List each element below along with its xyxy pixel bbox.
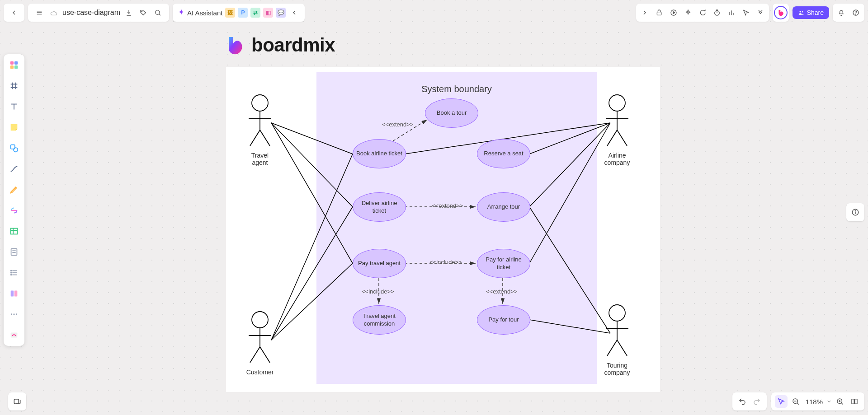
undo-button[interactable] [736, 395, 749, 408]
actor-airline[interactable]: Airline company [601, 94, 633, 166]
usecase-book-tour[interactable]: Book a tour [425, 98, 478, 128]
chevron-down-icon[interactable] [826, 399, 832, 404]
actor-touring[interactable]: Touring company [601, 304, 633, 376]
ai-label-text: AI Assistant [187, 9, 222, 17]
svg-marker-45 [673, 11, 675, 14]
tool-text[interactable] [7, 99, 21, 114]
cursor-button[interactable] [740, 7, 752, 19]
ai-chip-image[interactable]: 🖼 [225, 8, 235, 18]
svg-line-25 [250, 347, 260, 363]
svg-point-17 [252, 95, 268, 111]
svg-rect-59 [14, 65, 18, 69]
info-button[interactable] [846, 203, 864, 221]
ai-chip-flow[interactable]: ⇄ [250, 8, 260, 18]
svg-rect-68 [11, 228, 18, 234]
fit-button[interactable] [848, 395, 861, 408]
tool-shape[interactable] [7, 141, 21, 155]
usecase-book-ticket[interactable]: Book airline ticket [353, 139, 406, 168]
tool-grid[interactable] [7, 286, 21, 301]
actor-customer[interactable]: Customer [244, 311, 276, 376]
usecase-pay-agent[interactable]: Pay travel agent [353, 249, 406, 278]
tool-doc[interactable] [7, 245, 21, 259]
svg-line-31 [617, 130, 627, 146]
svg-point-41 [156, 10, 160, 14]
ai-assistant-group: AI Assistant 🖼 P ⇄ ◧ 💬 [173, 4, 305, 22]
redo-button[interactable] [750, 395, 763, 408]
cursor-mode[interactable] [775, 395, 788, 408]
svg-line-20 [250, 130, 260, 146]
usecase-deliver-ticket[interactable]: Deliver airline ticket [353, 192, 406, 222]
tool-list[interactable] [7, 266, 21, 280]
usecase-pay-tour[interactable]: Pay for tour [477, 305, 530, 335]
ai-chip-chat[interactable]: 💬 [276, 8, 286, 18]
tool-select[interactable] [7, 58, 21, 72]
notif-group [833, 4, 864, 22]
layers-button[interactable] [8, 392, 26, 410]
svg-point-79 [11, 275, 12, 275]
play-button[interactable] [668, 7, 679, 19]
actor-label: Customer [244, 368, 276, 376]
tool-table[interactable] [7, 224, 21, 238]
expand-button[interactable] [639, 7, 651, 19]
ai-assistant-button[interactable]: AI Assistant [177, 9, 222, 17]
chart-button[interactable] [726, 7, 737, 19]
svg-rect-43 [657, 12, 661, 15]
user-avatar[interactable] [774, 6, 788, 19]
usecase-reserve-seat[interactable]: Reserve a seat [477, 139, 530, 168]
svg-rect-98 [855, 399, 857, 404]
usecase-arrange-tour[interactable]: Arrange tour [477, 192, 530, 222]
timer-button[interactable] [711, 7, 723, 19]
back-group [4, 4, 24, 22]
actor-label: Touring company [601, 362, 633, 376]
chat-button[interactable] [697, 7, 708, 19]
svg-point-40 [142, 11, 142, 12]
tag-button[interactable] [137, 7, 149, 19]
zoom-in-button[interactable] [834, 395, 846, 408]
brand-logo: boardmix [226, 34, 335, 56]
people-icon [798, 9, 804, 16]
zoom-out-button[interactable] [789, 395, 802, 408]
ai-chevron[interactable] [288, 7, 300, 19]
ai-chip-mind[interactable]: ◧ [263, 8, 273, 18]
logo-small-icon [777, 9, 785, 17]
bell-button[interactable] [835, 7, 847, 19]
search-button[interactable] [152, 7, 164, 19]
svg-line-36 [617, 340, 627, 356]
bottom-right-bar: 118% [732, 392, 864, 410]
actions-group [636, 4, 769, 22]
history-group [732, 392, 767, 410]
tool-templates[interactable] [7, 328, 21, 342]
zoom-value[interactable]: 118% [804, 398, 825, 406]
share-button[interactable]: Share [793, 6, 829, 19]
tool-mindmap[interactable] [7, 203, 21, 218]
diagram-card[interactable]: System boundary Book a tour [226, 67, 660, 392]
tool-sticky[interactable] [7, 120, 21, 135]
tool-frame[interactable] [7, 79, 21, 93]
svg-line-30 [607, 130, 617, 146]
logo-text: boardmix [251, 34, 335, 56]
svg-point-83 [13, 313, 14, 315]
tool-pen[interactable] [7, 182, 21, 197]
download-button[interactable] [123, 7, 135, 19]
tool-more[interactable] [7, 307, 21, 322]
svg-point-82 [11, 313, 12, 315]
label-include-2: <<include>> [362, 288, 394, 295]
document-title[interactable]: use-case-diagram [62, 9, 120, 17]
help-button[interactable] [850, 7, 862, 19]
ai-chip-p[interactable]: P [238, 8, 248, 18]
usecase-agent-commission[interactable]: Travel agent commission [353, 305, 406, 335]
lock-button[interactable] [653, 7, 665, 19]
more-chevron[interactable] [755, 7, 766, 19]
label-extend-3: <<extend>> [486, 288, 517, 295]
usecase-pay-ticket[interactable]: Pay for airline ticket [477, 249, 530, 278]
actor-travel-agent[interactable]: Travel agent [244, 94, 276, 166]
svg-point-78 [11, 272, 12, 273]
menu-button[interactable] [33, 7, 45, 19]
svg-line-96 [841, 403, 843, 405]
tool-connector[interactable] [7, 162, 21, 176]
back-button[interactable] [8, 7, 20, 19]
sparkle-button[interactable] [682, 7, 694, 19]
svg-point-52 [799, 11, 801, 13]
layers-icon [13, 397, 22, 406]
ai-sparkle-icon [177, 9, 185, 17]
